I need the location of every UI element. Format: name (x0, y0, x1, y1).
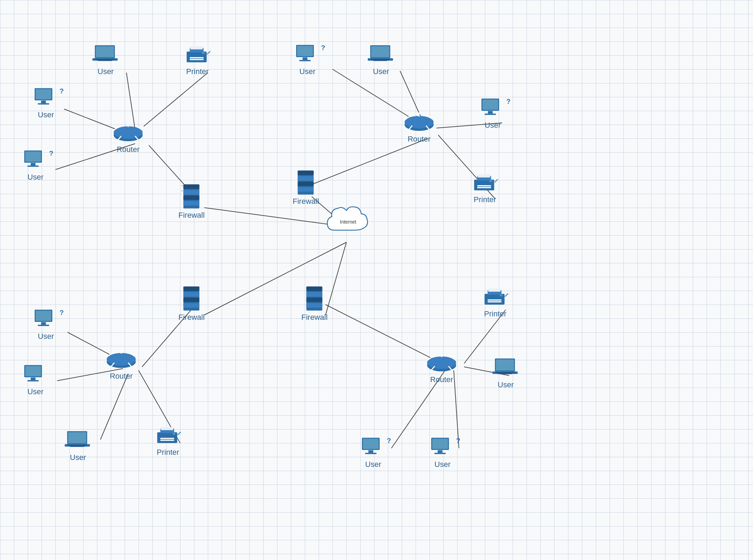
firewall-bl-icon-wrapper (182, 286, 201, 311)
svg-line-10 (126, 73, 135, 130)
user-tr2-node[interactable]: User (367, 43, 395, 76)
svg-rect-151 (488, 299, 502, 301)
router-br-node[interactable]: Router (426, 353, 457, 384)
svg-rect-116 (36, 310, 51, 321)
svg-rect-62 (298, 176, 314, 181)
svg-rect-148 (498, 374, 512, 374)
svg-rect-93 (202, 52, 204, 54)
firewall-tl-node[interactable]: Firewall (178, 183, 205, 220)
svg-line-59 (182, 189, 183, 191)
printer-br-label: Printer (484, 309, 507, 318)
user-br3-node[interactable]: User (492, 356, 520, 389)
router-br-label: Router (430, 375, 453, 384)
svg-rect-120 (25, 366, 41, 376)
laptop-tr2-icon (367, 43, 395, 66)
svg-rect-61 (298, 171, 314, 175)
firewall-tl-icon (182, 183, 201, 209)
svg-rect-71 (307, 287, 322, 291)
svg-rect-124 (68, 432, 86, 443)
printer-br-icon (481, 287, 509, 308)
svg-rect-132 (160, 440, 174, 441)
firewall-bl-node[interactable]: Firewall (178, 286, 205, 322)
user-tr1-node[interactable]: ? User (294, 43, 320, 76)
svg-rect-74 (307, 303, 322, 308)
svg-rect-54 (184, 184, 200, 189)
svg-line-0 (204, 208, 346, 227)
svg-rect-144 (496, 360, 514, 371)
svg-point-33 (405, 116, 434, 128)
svg-line-3 (326, 242, 346, 315)
svg-rect-137 (369, 450, 373, 453)
router-bl-node[interactable]: Router (106, 350, 137, 381)
desktop-tr3-icon (480, 97, 506, 119)
user-br1-node[interactable]: ? User (360, 436, 386, 469)
svg-rect-136 (363, 439, 379, 449)
user-br2-node[interactable]: ? User (429, 436, 455, 469)
firewall-br-label: Firewall (301, 313, 328, 322)
svg-rect-85 (92, 58, 118, 61)
svg-rect-55 (184, 190, 200, 195)
svg-rect-142 (434, 453, 446, 454)
user-tr3-node[interactable]: ? User (480, 97, 506, 130)
user-tl3-node[interactable]: User (92, 43, 119, 76)
user-tr1-icon-wrapper: ? (294, 43, 320, 66)
printer-bl-label: Printer (157, 448, 179, 457)
connection-lines (0, 0, 753, 560)
printer-bl-icon-wrapper (154, 426, 182, 446)
svg-line-18 (100, 374, 128, 440)
printer-br-node[interactable]: Printer (481, 287, 509, 318)
router-bl-icon-wrapper (106, 350, 137, 370)
svg-rect-87 (96, 60, 113, 60)
user-bl1-node[interactable]: ? User (33, 308, 59, 341)
svg-rect-77 (41, 101, 46, 103)
svg-rect-121 (31, 378, 36, 380)
svg-rect-108 (485, 114, 496, 115)
svg-point-47 (427, 356, 456, 369)
user-tl3-icon-wrapper (92, 43, 119, 66)
user-tl2-node[interactable]: ? User (23, 149, 48, 182)
firewall-tr-icon-wrapper (296, 170, 315, 196)
user-tr3-label: User (485, 121, 500, 130)
user-tl2-label: User (27, 173, 43, 182)
user-tl1-node[interactable]: ? User (33, 87, 59, 119)
router-tl-icon (113, 123, 144, 144)
user-bl3-node[interactable]: User (64, 429, 92, 462)
router-tr-node[interactable]: Router (404, 112, 435, 144)
user-bl2-icon-wrapper (23, 363, 48, 386)
svg-rect-98 (299, 60, 311, 61)
svg-rect-122 (27, 380, 39, 381)
svg-rect-131 (160, 438, 174, 439)
cloud-icon: Internet (326, 204, 371, 235)
svg-rect-114 (478, 174, 490, 178)
user-tr3-icon-wrapper: ? (480, 97, 506, 119)
laptop-br3-icon (492, 356, 520, 379)
user-bl2-node[interactable]: User (23, 363, 48, 396)
internet-node[interactable]: Internet (326, 204, 371, 235)
desktop-bl1-icon (33, 308, 59, 331)
svg-rect-82 (27, 165, 39, 167)
svg-rect-153 (500, 295, 502, 296)
laptop-bl3-icon (64, 429, 92, 452)
router-br-icon (426, 353, 457, 374)
firewall-tr-node[interactable]: Firewall (293, 170, 319, 206)
svg-rect-113 (489, 180, 492, 182)
firewall-br-node[interactable]: Firewall (301, 286, 328, 322)
svg-rect-154 (488, 289, 501, 292)
svg-rect-91 (190, 57, 204, 58)
desktop-br1-icon (360, 436, 386, 459)
printer-tl-node[interactable]: Printer (184, 45, 211, 76)
firewall-tr-label: Firewall (293, 197, 319, 206)
router-tl-node[interactable]: Router (113, 123, 144, 154)
svg-rect-106 (482, 99, 498, 110)
printer-tr-node[interactable]: Printer (471, 173, 499, 204)
user-tr2-label: User (373, 67, 389, 76)
router-bl-label: Router (110, 372, 133, 381)
router-bl-icon (106, 350, 137, 370)
svg-point-40 (107, 353, 136, 365)
svg-rect-56 (184, 196, 200, 200)
svg-rect-134 (161, 427, 174, 430)
svg-rect-103 (372, 60, 389, 60)
desktop-br2-icon (429, 436, 455, 459)
svg-rect-118 (38, 325, 49, 326)
printer-bl-node[interactable]: Printer (154, 426, 182, 457)
